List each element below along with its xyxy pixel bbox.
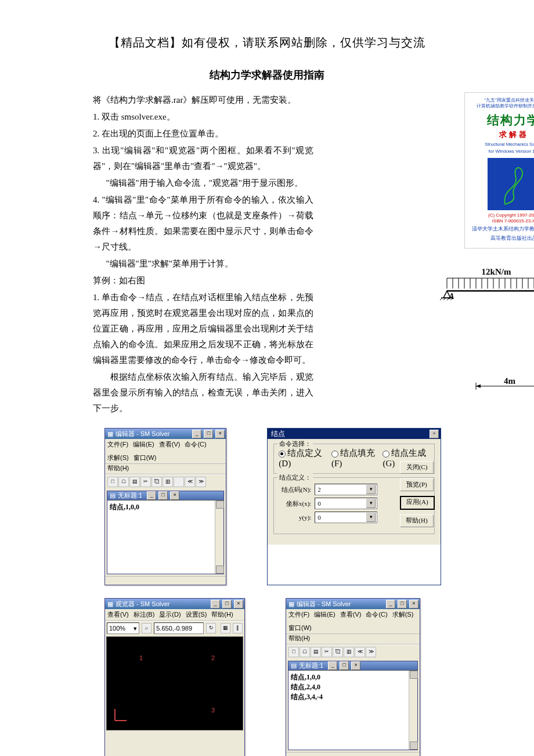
tool-save[interactable]: ▤ bbox=[129, 477, 140, 487]
tool-a[interactable]: ▦ bbox=[221, 623, 230, 633]
zoom-combo[interactable]: 100%▾ bbox=[107, 622, 139, 634]
viewer-title: 观览器 - SM Solver bbox=[116, 600, 170, 609]
combo-arrow-icon[interactable]: ▾ bbox=[366, 485, 376, 494]
tool-cut[interactable]: ✂ bbox=[140, 477, 151, 487]
editor-textarea[interactable]: 结点,1,0,0 bbox=[107, 500, 223, 574]
menu-file[interactable]: 文件(F) bbox=[288, 610, 309, 619]
editor-window: ▦ 编辑器 - SM Solver _ □ × 文件(F) 编辑(E) 查看(V… bbox=[104, 428, 226, 585]
menu-settings[interactable]: 设置(S) bbox=[186, 610, 207, 619]
menu-help[interactable]: 帮助(H) bbox=[211, 610, 233, 619]
menu-file[interactable]: 文件(F) bbox=[107, 440, 128, 449]
combo-arrow-icon[interactable]: ▾ bbox=[366, 499, 376, 508]
tool-zoom[interactable]: ⌕ bbox=[142, 623, 151, 633]
radio-fill[interactable]: 结点填充(F) bbox=[331, 448, 377, 469]
editor-statusbar bbox=[286, 752, 420, 756]
editor-statusbar bbox=[105, 576, 226, 585]
menu-mark[interactable]: 标注(B) bbox=[134, 610, 155, 619]
sub-max[interactable]: □ bbox=[340, 661, 349, 670]
menu-edit[interactable]: 编辑(E) bbox=[133, 440, 154, 449]
editor-line-1: 结点,1,0,0 bbox=[110, 502, 221, 512]
tool-save[interactable]: ▤ bbox=[311, 647, 321, 657]
menu-edit[interactable]: 编辑(E) bbox=[314, 610, 335, 619]
sub-close[interactable]: × bbox=[351, 661, 360, 670]
point-1: 1 bbox=[139, 654, 143, 661]
menu-help[interactable]: 帮助(H) bbox=[107, 464, 129, 473]
dialog-close-icon[interactable]: × bbox=[430, 430, 439, 438]
scrollbar[interactable] bbox=[215, 501, 223, 574]
sub-close[interactable]: × bbox=[170, 491, 179, 500]
tool-new[interactable]: □ bbox=[288, 647, 299, 657]
maximize-button[interactable]: □ bbox=[398, 600, 407, 609]
app-icon: ▦ bbox=[107, 430, 113, 438]
editor-title: 编辑器 - SM Solver bbox=[297, 600, 351, 609]
viewer-canvas[interactable]: 1 2 3 bbox=[106, 636, 243, 730]
menu-window[interactable]: 窗口(W) bbox=[134, 453, 157, 462]
input-x[interactable]: 0▾ bbox=[315, 498, 377, 509]
minimize-button[interactable]: _ bbox=[192, 430, 201, 438]
close-button[interactable]: 关闭(C) bbox=[400, 461, 434, 474]
tool-pause[interactable]: ‖ bbox=[233, 623, 243, 633]
dialog-title: 结点 bbox=[271, 429, 285, 439]
tool-copy[interactable]: ⿻ bbox=[151, 477, 162, 487]
splash-title: 结构力学 bbox=[471, 112, 534, 128]
dim-width: 4m bbox=[504, 376, 516, 386]
doc-title: 结构力学求解器使用指南 bbox=[93, 68, 441, 82]
tool-new[interactable]: □ bbox=[107, 477, 118, 487]
axis-icon bbox=[113, 705, 130, 724]
close-button[interactable]: × bbox=[215, 430, 225, 438]
group-def-label: 结点定义： bbox=[277, 473, 313, 482]
menu-view[interactable]: 查看(V) bbox=[340, 610, 362, 619]
sub-min[interactable]: _ bbox=[147, 491, 156, 500]
tool-open[interactable]: ☖ bbox=[300, 647, 310, 657]
menu-display[interactable]: 显示(D) bbox=[159, 610, 181, 619]
radio-define[interactable]: 结点定义(D) bbox=[279, 448, 326, 469]
splash-subtitle: 求解器 bbox=[471, 129, 534, 140]
menu-view[interactable]: 查看(V) bbox=[107, 610, 129, 619]
tool-prev[interactable]: ≪ bbox=[185, 477, 195, 487]
tool-next[interactable]: ≫ bbox=[366, 647, 376, 657]
menu-view[interactable]: 查看(V) bbox=[159, 440, 181, 449]
menu-cmd[interactable]: 命令(C) bbox=[366, 610, 387, 619]
example-label: 算例：如右图 bbox=[93, 273, 313, 289]
menu-solve[interactable]: 求解(S) bbox=[107, 453, 129, 462]
step1-a: 1. 单击命令→结点，在结点对话框里输入结点坐标，先预览再应用，预览时在观览器里… bbox=[93, 290, 313, 368]
maximize-button[interactable]: □ bbox=[222, 600, 232, 609]
tool-copy[interactable]: ⿻ bbox=[333, 647, 343, 657]
tool-open[interactable]: ☖ bbox=[118, 477, 129, 487]
splash-card: "九五"国家重点科技攻关项目 计算机辅助教学软件研制开发与应用 结构力学 求解器… bbox=[464, 92, 534, 249]
maximize-button[interactable]: □ bbox=[204, 430, 213, 438]
menu-help[interactable]: 帮助(H) bbox=[288, 634, 310, 643]
svg-marker-40 bbox=[476, 384, 481, 388]
combo-arrow-icon[interactable]: ▾ bbox=[366, 513, 376, 522]
tool-cut[interactable]: ✂ bbox=[322, 647, 332, 657]
help-button[interactable]: 帮助(H) bbox=[400, 514, 434, 527]
editor-doc-title: 无标题:1 bbox=[118, 491, 142, 500]
editor-textarea[interactable]: 结点,1,0,0 结点,2,4,0 结点,3,4,-4 bbox=[288, 670, 417, 750]
tool-refresh[interactable]: ↻ bbox=[206, 623, 216, 633]
tool-paste[interactable]: ▥ bbox=[163, 477, 173, 487]
minimize-button[interactable]: _ bbox=[211, 600, 220, 609]
step-4a: 4. "编辑器"里"命令"菜单用于所有命令的输入，依次输入顺序：结点→单元→位移… bbox=[93, 192, 313, 255]
tool-prev[interactable]: ≪ bbox=[355, 647, 365, 657]
label-node-code: 结点码(N): bbox=[279, 485, 311, 494]
apply-button[interactable]: 应用(A) bbox=[400, 496, 435, 510]
preview-button[interactable]: 预览(P) bbox=[400, 478, 434, 491]
sub-max[interactable]: □ bbox=[158, 491, 168, 500]
close-button[interactable]: × bbox=[409, 600, 418, 609]
input-node-code[interactable]: 2▾ bbox=[315, 484, 377, 495]
tool-next[interactable]: ≫ bbox=[196, 477, 206, 487]
editor2-line-1: 结点,1,0,0 bbox=[291, 672, 415, 682]
menu-window[interactable]: 窗口(W) bbox=[288, 624, 312, 632]
minimize-button[interactable]: _ bbox=[386, 600, 395, 609]
menu-solve[interactable]: 求解(S) bbox=[392, 610, 414, 619]
app-icon: ▦ bbox=[288, 600, 294, 608]
tool-paste[interactable]: ▥ bbox=[344, 647, 354, 657]
input-y[interactable]: 0▾ bbox=[315, 512, 377, 523]
sub-min[interactable]: _ bbox=[328, 661, 337, 670]
step1-b: 根据结点坐标依次输入所有结点。输入完毕后，观览器里会显示所有输入的结点，检查无误… bbox=[93, 369, 313, 416]
close-button[interactable]: × bbox=[234, 600, 243, 609]
splash-en2: for Windows Version 1.5 bbox=[471, 149, 534, 154]
step-3b: "编辑器"用于输入命令流，"观览器"用于显示图形。 bbox=[106, 175, 314, 191]
menu-cmd[interactable]: 命令(C) bbox=[185, 440, 206, 449]
scrollbar[interactable] bbox=[409, 671, 417, 750]
